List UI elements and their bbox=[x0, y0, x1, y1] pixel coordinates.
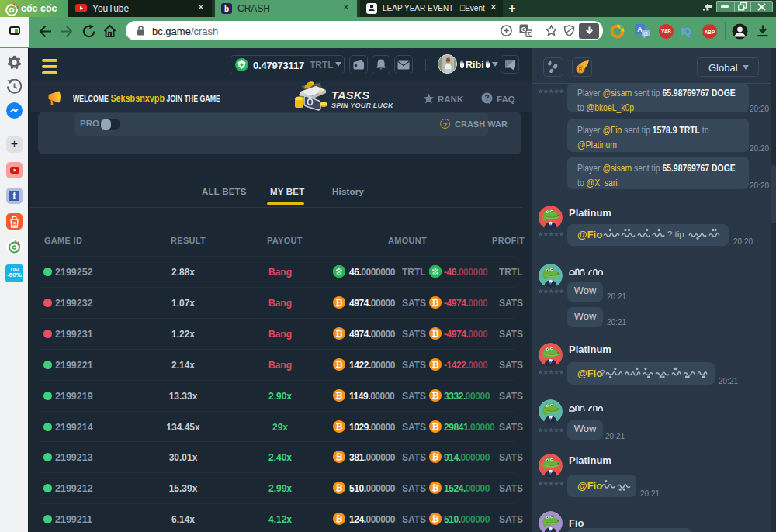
svg-text:S: S bbox=[12, 221, 16, 226]
svg-text:?: ? bbox=[484, 94, 489, 102]
svg-text:? tip: ? tip bbox=[667, 230, 684, 239]
svg-text:G: G bbox=[643, 31, 647, 36]
svg-text:?: ? bbox=[600, 368, 605, 378]
svg-text:ABP: ABP bbox=[705, 29, 715, 35]
svg-text:B: B bbox=[578, 67, 582, 72]
svg-text:b: b bbox=[224, 5, 229, 13]
